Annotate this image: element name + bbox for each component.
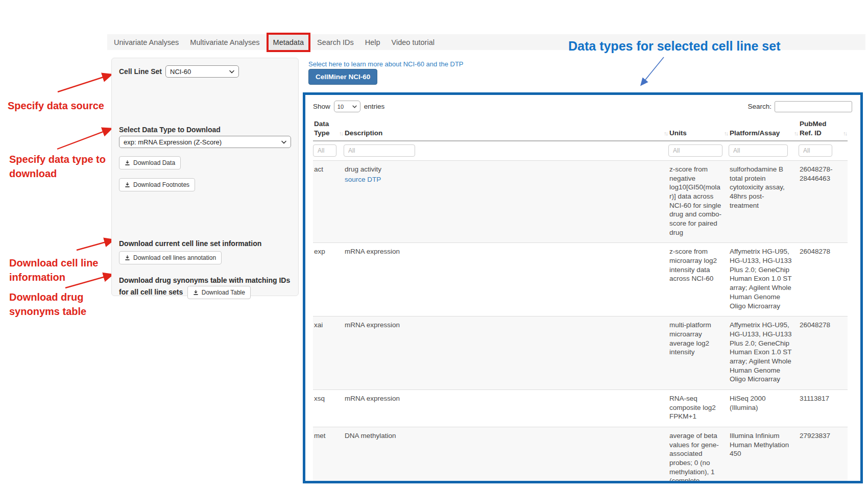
table-row-act: act drug activitysource DTP z-score from… [313,161,848,243]
col-header-units[interactable]: Units↑↓ [668,117,729,141]
data-types-table-panel: Show 10 entries Search: Data Type↑↓ Desc… [303,92,863,483]
header-row: Data Type↑↓ Description↑↓ Units↑↓ Platfo… [313,117,848,141]
cell-description: DNA methylation [344,427,668,483]
cell-description: drug activitysource DTP [344,161,668,243]
cell-platform: sulforhodamine B total protein cytotoxic… [729,161,799,243]
data-types-table: Data Type↑↓ Description↑↓ Units↑↓ Platfo… [313,117,848,483]
arrow-specify-type [57,129,111,149]
filter-row [313,141,848,161]
cell-units: z-score from microarray log2 intensity d… [668,243,729,316]
page-size-value: 10 [337,104,344,110]
callout-data-types: Data types for selected cell line set [568,37,780,55]
sort-icon[interactable]: ↑↓ [724,130,728,137]
learn-more-link[interactable]: Select here to learn more about NCI-60 a… [308,60,464,68]
nav-search-ids[interactable]: Search IDs [311,38,359,46]
search-input[interactable] [775,101,852,112]
download-data-button[interactable]: Download Data [119,156,181,169]
filter-platform-input[interactable] [729,144,788,157]
cell-data-type: xsq [313,389,344,427]
table-controls: Show 10 entries Search: [313,101,852,112]
col-header-description[interactable]: Description↑↓ [344,117,668,141]
nav-help[interactable]: Help [359,38,386,46]
nav-univariate-analyses[interactable]: Univariate Analyses [108,38,184,46]
download-icon [193,289,199,296]
cell-pubmed: 31113817 [799,389,848,427]
control-panel: Cell Line Set NCI-60 Select Data Type to… [111,58,299,296]
entries-label: entries [364,103,385,110]
search-label: Search: [748,103,771,110]
cell-data-type: xai [313,316,344,390]
data-type-label: Select Data Type to Download [119,126,291,134]
cell-description: mRNA expression [344,389,668,427]
callout-download-cell-line-info: Download cell line information [9,256,109,284]
sort-icon[interactable]: ↑↓ [794,130,798,137]
cell-pubmed: 26048278 [799,243,848,316]
sort-icon[interactable]: ↑↓ [339,130,343,137]
callout-download-drug-synonyms: Download drug synonyms table [9,290,99,319]
table-row-xsq: xsq mRNA expression RNA-seq composite lo… [313,389,848,427]
table-row-xai: xai mRNA expression multi-platform micro… [313,316,848,390]
filter-units-input[interactable] [668,144,722,157]
cell-platform: HiSeq 2000 (Illumina) [729,389,799,427]
chevron-down-icon [229,70,234,74]
arrow-specify-source [58,75,111,92]
chevron-down-icon [352,105,357,108]
cell-units: z-score from negative log10[GI50(molar)]… [668,161,729,243]
data-type-value: exp: mRNA Expression (Z-Score) [124,138,222,146]
filter-pubmed-input[interactable] [799,144,832,157]
cell-line-set-label: Cell Line Set [119,67,162,76]
cell-description: mRNA expression [344,243,668,316]
cell-line-set-value: NCI-60 [170,68,191,76]
cellminer-nci60-button[interactable]: CellMiner NCI-60 [308,69,377,85]
cell-units: RNA-seq composite log2 FPKM+1 [668,389,729,427]
table-row-exp: exp mRNA expression z-score from microar… [313,243,848,316]
cell-platform: Affymetrix HG-U95, HG-U133, HG-U133 Plus… [729,316,799,390]
download-icon [125,160,130,166]
arrow-data-types [641,57,664,85]
filter-data-type-input[interactable] [313,144,336,157]
cell-pubmed: 27923837 [799,427,848,483]
download-icon [125,255,130,261]
cell-platform: Illumina Infinium Human Methylation 450 [729,427,799,483]
col-header-platform-assay[interactable]: Platform/Assay↑↓ [729,117,799,141]
data-type-select[interactable]: exp: mRNA Expression (Z-Score) [119,136,291,148]
cell-data-type: met [313,427,344,483]
filter-description-input[interactable] [344,144,415,157]
arrow-cell-line-info [77,240,113,250]
download-cell-lines-annotation-button[interactable]: Download cell lines annotation [119,251,222,264]
sort-icon[interactable]: ↑↓ [843,130,847,137]
callout-specify-data-type: Specify data type to download [9,153,114,181]
page-size-select[interactable]: 10 [334,101,360,112]
callout-specify-data-source: Specify data source [8,99,110,113]
cell-platform: Affymetrix HG-U95, HG-U133, HG-U133 Plus… [729,243,799,316]
download-footnotes-button[interactable]: Download Footnotes [119,178,195,191]
cell-line-set-select[interactable]: NCI-60 [165,65,239,78]
cell-data-type: exp [313,243,344,316]
col-header-pubmed-ref-id[interactable]: PubMed Ref. ID↑↓ [799,117,848,141]
show-label: Show [313,103,330,110]
cell-units: average of beta values for gene-associat… [668,427,729,483]
cell-pubmed: 26048278-28446463 [799,161,848,243]
cell-description: mRNA expression [344,316,668,390]
cell-data-type: act [313,161,344,243]
cell-units: multi-platform microarray average log2 i… [668,316,729,390]
cell-pubmed: 26048278 [799,316,848,390]
download-table-button[interactable]: Download Table [187,286,251,299]
cell-line-set-row: Cell Line Set NCI-60 [119,65,291,78]
nav-video-tutorial[interactable]: Video tutorial [386,38,440,46]
col-header-data-type[interactable]: Data Type↑↓ [313,117,344,141]
sort-icon[interactable]: ↑↓ [664,130,667,137]
source-dtp-link[interactable]: source DTP [345,175,381,184]
download-icon [125,182,130,188]
nav-metadata[interactable]: Metadata [267,33,310,52]
nav-multivariate-analyses[interactable]: Multivariate Analyses [184,38,265,46]
cell-line-info-heading: Download current cell line set informati… [119,238,291,249]
table-row-met: met DNA methylation average of beta valu… [313,427,848,483]
chevron-down-icon [281,140,286,144]
